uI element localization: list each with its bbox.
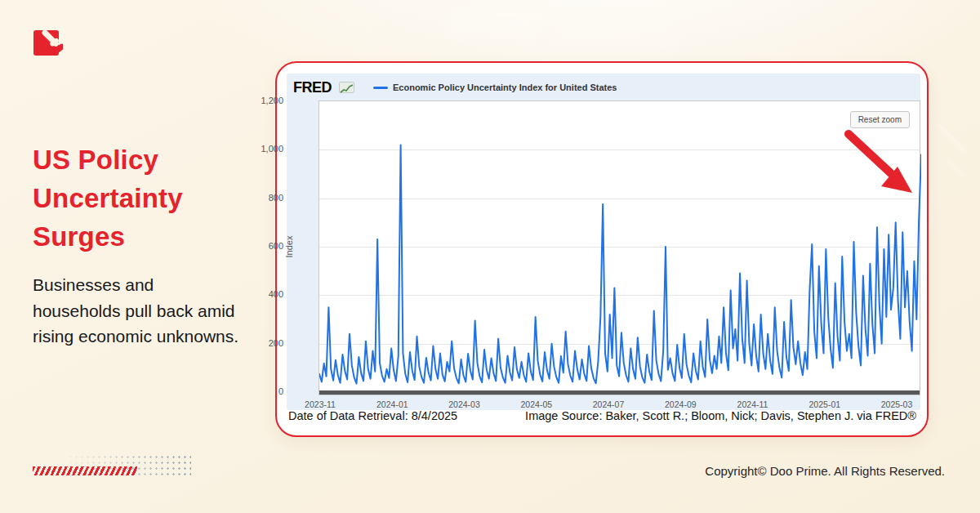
page-title: US Policy Uncertainty Surges [33,141,241,256]
background-streak [938,124,965,152]
image-source: Image Source: Baker, Scott R.; Bloom, Ni… [525,409,916,422]
red-arrow-icon [844,129,919,204]
y-axis-title: Index [284,222,294,271]
y-axis-tick-labels: 1,2001,0008006004002000 [247,100,283,395]
x-tick-label: 2024-03 [448,399,480,409]
chart-legend-row: FRED Economic Policy Uncertainty Index f… [293,78,617,96]
y-tick-label: 800 [269,193,283,203]
page-subtitle: Businesses and households pull back amid… [33,272,243,350]
fred-chart-widget: FRED Economic Policy Uncertainty Index f… [287,74,920,410]
fred-logo: FRED [293,79,332,96]
x-tick-label: 2024-05 [521,399,553,409]
x-tick-label: 2024-01 [376,399,408,409]
x-tick-label: 2025-01 [809,399,841,409]
x-tick-label: 2025-03 [881,399,913,409]
doo-prime-logo [33,30,63,58]
fred-sparkline-icon [339,82,354,93]
y-tick-label: 400 [269,289,283,299]
background-glow [445,15,543,36]
chart-card: FRED Economic Policy Uncertainty Index f… [275,61,929,437]
x-axis-band [319,390,920,395]
legend-line-swatch [373,87,388,89]
background-streak [947,159,965,178]
red-stripe-decoration [33,466,137,475]
x-tick-label: 2023-11 [305,399,336,409]
y-tick-label: 0 [278,386,283,396]
epu-line-series [319,101,921,392]
x-tick-label: 2024-09 [665,399,697,409]
legend-label: Economic Policy Uncertainty Index for Un… [393,83,617,92]
x-tick-label: 2024-07 [593,399,625,409]
background-glow [555,28,678,44]
reset-zoom-button[interactable]: Reset zoom [850,111,910,128]
legend-item: Economic Policy Uncertainty Index for Un… [373,83,617,92]
y-tick-label: 1,000 [261,144,283,154]
page-background: US Policy Uncertainty Surges Businesses … [0,0,980,513]
y-tick-label: 200 [269,338,283,348]
retrieval-date: Date of Data Retrieval: 8/4/2025 [288,409,457,422]
copyright-text: Copyright© Doo Prime. All Rights Reserve… [705,464,945,478]
y-tick-label: 600 [269,241,283,251]
x-tick-label: 2024-11 [737,399,768,409]
y-tick-label: 1,200 [261,96,283,105]
plot-area[interactable] [318,100,920,395]
